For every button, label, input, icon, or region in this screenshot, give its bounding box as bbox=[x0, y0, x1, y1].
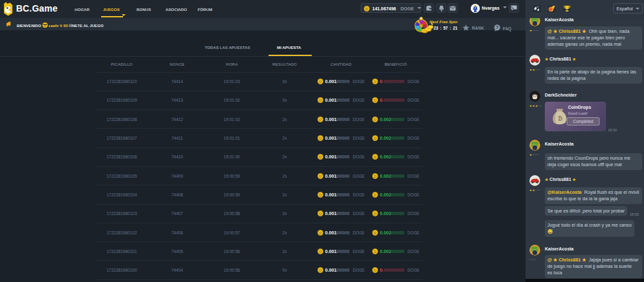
svg-text:D: D bbox=[319, 230, 321, 234]
svg-text:D: D bbox=[374, 155, 376, 159]
svg-text:D: D bbox=[374, 193, 376, 197]
svg-text:D: D bbox=[374, 249, 376, 253]
svg-text:D: D bbox=[319, 268, 321, 272]
svg-text:D: D bbox=[374, 136, 376, 140]
svg-text:D: D bbox=[319, 80, 321, 84]
svg-text:D: D bbox=[374, 117, 376, 121]
svg-text:D: D bbox=[374, 230, 376, 234]
svg-text:D: D bbox=[319, 155, 321, 159]
svg-text:D: D bbox=[374, 99, 376, 102]
svg-text:D: D bbox=[374, 80, 376, 84]
svg-text:D: D bbox=[374, 268, 376, 272]
svg-text:D: D bbox=[319, 117, 321, 121]
svg-text:?: ? bbox=[496, 25, 498, 30]
svg-text:₿: ₿ bbox=[558, 115, 562, 122]
svg-text:D: D bbox=[319, 136, 321, 140]
svg-text:D: D bbox=[374, 212, 376, 216]
svg-text:D: D bbox=[374, 174, 376, 178]
svg-text:D: D bbox=[319, 212, 321, 216]
svg-text:D: D bbox=[319, 174, 321, 178]
svg-text:D: D bbox=[319, 99, 321, 102]
svg-text:D: D bbox=[319, 193, 321, 197]
svg-text:D: D bbox=[365, 7, 368, 11]
svg-text:D: D bbox=[319, 249, 321, 253]
